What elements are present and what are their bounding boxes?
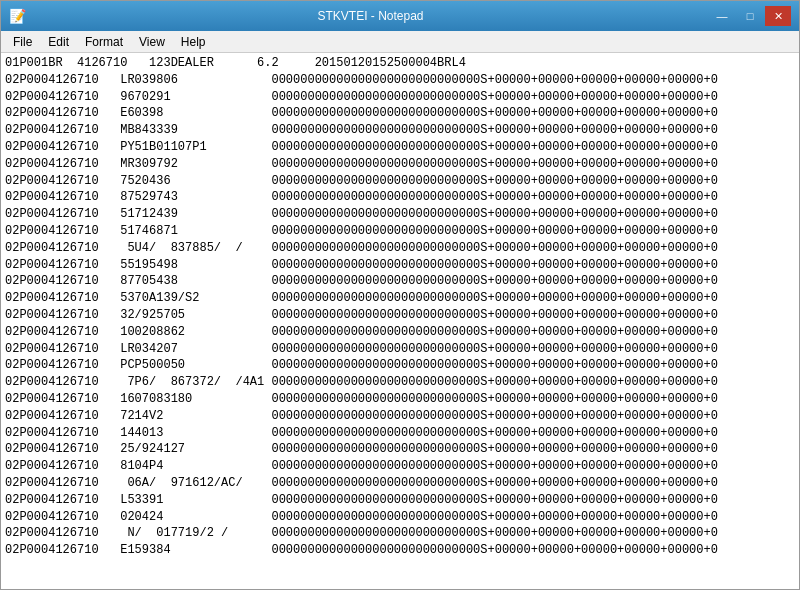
text-editor[interactable]: 01P001BR 4126710 123DEALER 6.2 201501201… bbox=[1, 53, 799, 589]
menu-help[interactable]: Help bbox=[173, 33, 214, 51]
window-title: STKVTEI - Notepad bbox=[32, 9, 709, 23]
menu-file[interactable]: File bbox=[5, 33, 40, 51]
menu-bar: File Edit Format View Help bbox=[1, 31, 799, 53]
close-button[interactable]: ✕ bbox=[765, 6, 791, 26]
menu-edit[interactable]: Edit bbox=[40, 33, 77, 51]
content-area: 01P001BR 4126710 123DEALER 6.2 201501201… bbox=[1, 53, 799, 589]
menu-view[interactable]: View bbox=[131, 33, 173, 51]
minimize-button[interactable]: — bbox=[709, 6, 735, 26]
window-controls: — □ ✕ bbox=[709, 6, 791, 26]
maximize-button[interactable]: □ bbox=[737, 6, 763, 26]
menu-format[interactable]: Format bbox=[77, 33, 131, 51]
notepad-icon: 📝 bbox=[9, 8, 26, 25]
title-bar: 📝 STKVTEI - Notepad — □ ✕ bbox=[1, 1, 799, 31]
notepad-window: 📝 STKVTEI - Notepad — □ ✕ File Edit Form… bbox=[0, 0, 800, 590]
